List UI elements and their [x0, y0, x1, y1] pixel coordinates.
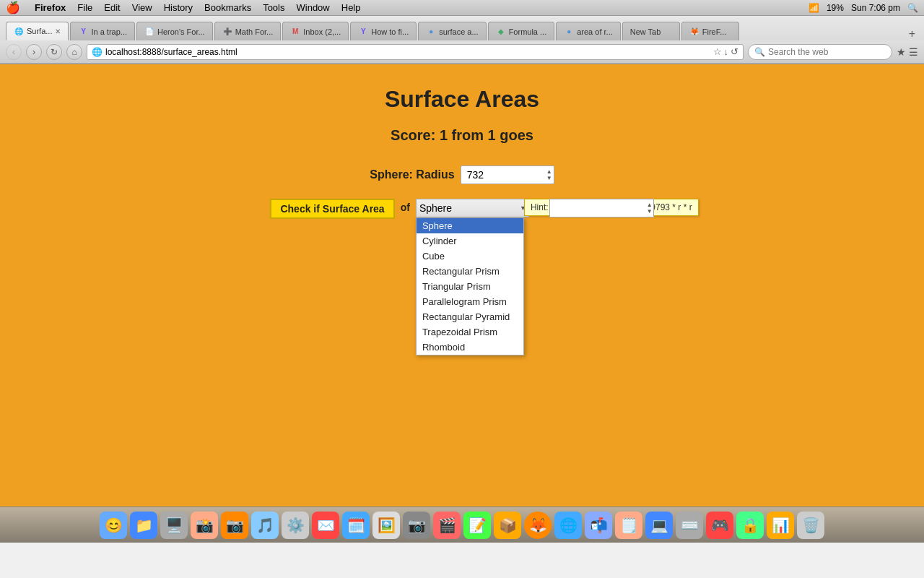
tab-label-trap: In a trap... — [91, 27, 127, 36]
search-bar[interactable]: 🔍 — [748, 44, 892, 60]
tab-close-surfa[interactable]: ✕ — [55, 27, 61, 35]
answer-spinner: ▲ ▼ — [647, 200, 653, 216]
tab-howto[interactable]: Y How to fi... — [350, 22, 417, 40]
select-container[interactable]: Sphere Cylinder Cube Rectangular Prism T… — [416, 199, 529, 217]
tab-label-formula: Formula ... — [509, 27, 547, 36]
dock-icon-22[interactable]: 🔒 — [736, 512, 764, 539]
sphere-radius-input[interactable] — [464, 169, 551, 181]
menu-help[interactable]: Help — [341, 2, 361, 13]
dropdown-item-rectangular-prism[interactable]: Rectangular Prism — [417, 264, 523, 279]
star-icon[interactable]: ★ — [897, 46, 906, 58]
tab-math[interactable]: ➕ Math For... — [214, 22, 282, 40]
search-icon[interactable]: 🔍 — [907, 3, 918, 13]
tab-area-r[interactable]: ● area of r... — [556, 22, 621, 40]
dropdown-item-cylinder[interactable]: Cylinder — [417, 233, 523, 249]
apple-menu[interactable]: 🍎 — [6, 1, 20, 14]
tab-formula[interactable]: ◆ Formula ... — [488, 22, 555, 40]
menu-window[interactable]: Window — [297, 2, 330, 13]
spinner: ▲ ▼ — [546, 167, 552, 183]
tab-surface-a[interactable]: ● surface a... — [418, 22, 486, 40]
dock-icon-20[interactable]: ⌨️ — [676, 512, 703, 539]
search-input[interactable] — [768, 47, 886, 57]
dock-icon-10[interactable]: 🖼️ — [372, 512, 400, 539]
shape-select[interactable]: Sphere Cylinder Cube Rectangular Prism T… — [416, 199, 529, 217]
tab-label-heron: Heron's For... — [157, 27, 205, 36]
battery-status: 19% — [827, 3, 844, 13]
dock-icon-14[interactable]: 📦 — [494, 512, 521, 539]
nav-icons: ★ ☰ — [897, 46, 918, 58]
tab-favicon-math: ➕ — [222, 27, 232, 37]
menu-tools[interactable]: Tools — [263, 2, 284, 13]
dock-icon-4[interactable]: 📸 — [191, 512, 218, 539]
dock-icon-2[interactable]: 📁 — [130, 512, 157, 539]
tab-label-math: Math For... — [235, 27, 274, 36]
dock-icon-21[interactable]: 🎮 — [706, 512, 733, 539]
dropdown-item-rectangular-pyramid[interactable]: Rectangular Pyramid — [417, 309, 523, 324]
app-name[interactable]: Firefox — [35, 2, 66, 13]
dock-icon-12[interactable]: 🎬 — [433, 512, 461, 539]
answer-input-wrapper: ▲ ▼ — [549, 199, 654, 217]
tab-trap[interactable]: Y In a trap... — [70, 22, 135, 40]
dropdown-item-parallelogram-prism[interactable]: Parallelogram Prism — [417, 294, 523, 309]
answer-spinner-up[interactable]: ▲ — [647, 202, 653, 208]
dropdown-item-sphere[interactable]: Sphere — [417, 218, 523, 233]
dock-icon-finder[interactable]: 😊 — [100, 512, 127, 539]
dock-icon-23[interactable]: 📊 — [767, 512, 794, 539]
dock-icon-16[interactable]: 🌐 — [554, 512, 582, 539]
dock-icon-11[interactable]: 📷 — [403, 512, 430, 539]
url-input[interactable] — [105, 47, 710, 57]
menu-edit[interactable]: Edit — [104, 2, 120, 13]
dock-icon-5[interactable]: 📷 — [221, 512, 248, 539]
dock-icon-19[interactable]: 💻 — [645, 512, 673, 539]
browser-chrome: 🌐 Surfa... ✕ Y In a trap... 📄 Heron's Fo… — [0, 16, 924, 64]
home-button[interactable]: ⌂ — [66, 44, 82, 60]
tab-label-firefox: FireF... — [702, 27, 727, 36]
browser-body: Surface Areas Score: 1 from 1 goes Spher… — [0, 64, 924, 543]
tab-label-surface-a: surface a... — [439, 27, 478, 36]
dock-icon-15[interactable]: 🦊 — [524, 512, 552, 539]
answer-spinner-down[interactable]: ▼ — [647, 209, 653, 215]
dropdown-item-cube[interactable]: Cube — [417, 249, 523, 264]
menu-view[interactable]: View — [132, 2, 152, 13]
dock-icon-8[interactable]: ✉️ — [312, 512, 339, 539]
tab-firefox[interactable]: 🦊 FireF... — [681, 22, 739, 40]
refresh-icon[interactable]: ↺ — [731, 46, 738, 57]
dock-icon-17[interactable]: 📬 — [585, 512, 612, 539]
tab-favicon-surfa: 🌐 — [14, 26, 24, 36]
dock-icon-24[interactable]: 🗑️ — [797, 512, 824, 539]
dock-icon-9[interactable]: 🗓️ — [342, 512, 370, 539]
tab-favicon-surface-a: ● — [426, 27, 436, 37]
menu-bookmarks[interactable]: Bookmarks — [204, 2, 251, 13]
dock-icon-13[interactable]: 📝 — [463, 512, 491, 539]
nav-bar: ‹ › ↻ ⌂ 🌐 ☆ ↓ ↺ 🔍 ★ ☰ — [0, 40, 924, 64]
menu-icon[interactable]: ☰ — [909, 46, 918, 58]
spinner-up[interactable]: ▲ — [546, 169, 552, 175]
dock-icon-7[interactable]: ⚙️ — [282, 512, 309, 539]
tab-label-surfa: Surfa... — [27, 27, 52, 35]
page-score: Score: 1 from 1 goes — [391, 127, 533, 144]
forward-button[interactable]: › — [26, 44, 42, 60]
tab-newtab[interactable]: New Tab — [622, 22, 680, 40]
tab-surfa[interactable]: 🌐 Surfa... ✕ — [6, 22, 69, 40]
dropdown-item-trapezoidal-prism[interactable]: Trapezoidal Prism — [417, 324, 523, 340]
new-tab-button[interactable]: + — [906, 27, 918, 40]
dropdown-item-triangular-prism[interactable]: Triangular Prism — [417, 279, 523, 294]
tab-heron[interactable]: 📄 Heron's For... — [136, 22, 213, 40]
address-bar-icons: ☆ ↓ ↺ — [713, 46, 739, 57]
dock-icon-6[interactable]: 🎵 — [251, 512, 279, 539]
back-button[interactable]: ‹ — [6, 44, 22, 60]
menu-history[interactable]: History — [164, 2, 193, 13]
download-icon[interactable]: ↓ — [724, 46, 729, 57]
answer-input[interactable] — [549, 199, 654, 217]
bookmark-icon[interactable]: ☆ — [713, 46, 722, 57]
wifi-icon: 📶 — [808, 3, 819, 13]
address-bar[interactable]: 🌐 ☆ ↓ ↺ — [87, 44, 744, 60]
reload-button[interactable]: ↻ — [46, 44, 62, 60]
tab-inbox[interactable]: M Inbox (2,... — [282, 22, 349, 40]
dropdown-item-rhomboid[interactable]: Rhomboid — [417, 340, 523, 355]
spinner-down[interactable]: ▼ — [546, 176, 552, 181]
menu-file[interactable]: File — [77, 2, 92, 13]
dock-icon-3[interactable]: 🖥️ — [160, 512, 188, 539]
check-button[interactable]: Check if Surface Area — [270, 199, 394, 219]
dock-icon-18[interactable]: 🗒️ — [615, 512, 642, 539]
